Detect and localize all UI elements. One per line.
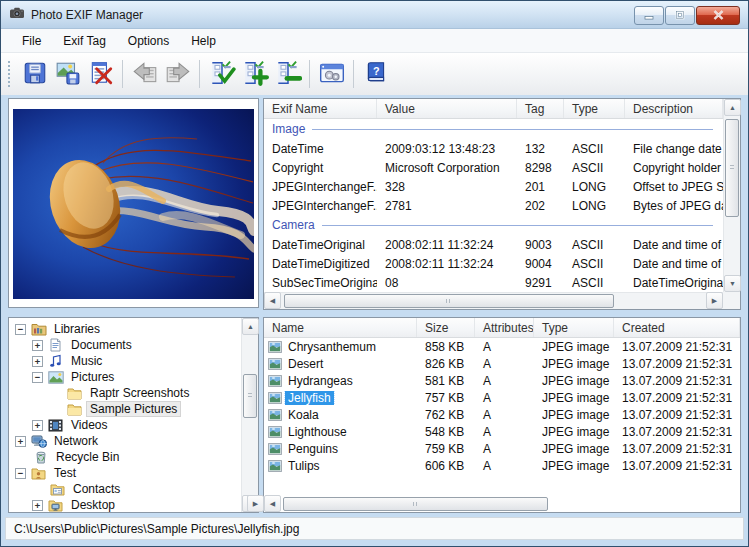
menu-item-exif-tag[interactable]: Exif Tag (52, 31, 116, 51)
file-name-cell: Jellyfish (264, 391, 417, 405)
collapse-icon[interactable]: − (15, 468, 26, 479)
expand-icon[interactable]: + (32, 356, 43, 367)
list-item-desert[interactable]: Desert826 KBAJPEG image13.07.2009 21:52:… (264, 355, 740, 372)
list-item-chrysanthemum[interactable]: Chrysanthemum858 KBAJPEG image13.07.2009… (264, 338, 740, 355)
list-item-jellyfish[interactable]: Jellyfish757 KBAJPEG image13.07.2009 21:… (264, 389, 740, 406)
exif-vertical-scrollbar[interactable]: ▲ ▼ (723, 99, 740, 292)
file-size-cell: 826 KB (417, 357, 475, 371)
minimize-button[interactable] (634, 6, 664, 25)
exif-horizontal-scrollbar[interactable]: ◀ ▶ (264, 292, 723, 309)
file-name-label: Hydrangeas (285, 374, 356, 388)
expand-icon[interactable]: + (32, 420, 43, 431)
file-type-cell: JPEG image (534, 408, 614, 422)
table-row[interactable]: SubSecTimeOriginal089291ASCIIDateTimeOri… (264, 273, 723, 292)
exif-column-header-description[interactable]: Description (625, 99, 723, 118)
exif-cell: Microsoft Corporation (377, 161, 517, 175)
exif-vscroll-thumb[interactable] (725, 119, 739, 217)
exif-hscroll-thumb[interactable] (284, 294, 614, 308)
tree-item-raptr-screenshots[interactable]: Raptr Screenshots (9, 385, 241, 401)
list-item-penguins[interactable]: Penguins759 KBAJPEG image13.07.2009 21:5… (264, 440, 740, 457)
file-created-cell: 13.07.2009 21:52:31 (614, 459, 740, 473)
save-button[interactable] (18, 58, 51, 91)
file-type-cell: JPEG image (534, 374, 614, 388)
files-column-header-created[interactable]: Created (614, 318, 740, 337)
exif-group-line (312, 129, 713, 130)
table-row[interactable]: DateTimeDigitized2008:02:11 11:32:249004… (264, 254, 723, 273)
file-attributes-cell: A (475, 459, 534, 473)
list-item-tulips[interactable]: Tulips606 KBAJPEG image13.07.2009 21:52:… (264, 457, 740, 474)
file-type-cell: JPEG image (534, 425, 614, 439)
list-item-hydrangeas[interactable]: Hydrangeas581 KBAJPEG image13.07.2009 21… (264, 372, 740, 389)
table-row[interactable]: CopyrightMicrosoft Corporation8298ASCIIC… (264, 158, 723, 177)
exif-column-header-tag[interactable]: Tag (517, 99, 564, 118)
title-bar: Photo EXIF Manager (1, 1, 748, 29)
exif-cell: Copyright holder (625, 161, 723, 175)
scroll-right-icon[interactable]: ▶ (706, 292, 723, 309)
close-button[interactable] (696, 6, 740, 25)
exif-column-header-value[interactable]: Value (377, 99, 517, 118)
table-row[interactable]: JPEGInterchangeF...2781202LONGBytes of J… (264, 196, 723, 215)
exif-cell: DateTimeOriginal su (625, 276, 723, 290)
expand-icon[interactable]: + (15, 436, 26, 447)
scroll-right-icon[interactable]: ▶ (247, 495, 264, 512)
expand-icon[interactable]: + (32, 500, 43, 511)
tree-item-libraries[interactable]: −Libraries (9, 321, 241, 337)
next-image-button[interactable] (161, 58, 194, 91)
exif-column-header-type[interactable]: Type (564, 99, 625, 118)
table-row[interactable]: JPEGInterchangeF...328201LONGOffset to J… (264, 177, 723, 196)
scroll-down-icon[interactable]: ▼ (724, 275, 741, 292)
menu-item-options[interactable]: Options (117, 31, 180, 51)
options-button[interactable] (315, 58, 348, 91)
help-button[interactable]: ? (359, 58, 392, 91)
table-row[interactable]: DateTime2009:03:12 13:48:23132ASCIIFile … (264, 139, 723, 158)
file-type-cell: JPEG image (534, 442, 614, 456)
files-column-header-attributes[interactable]: Attributes (475, 318, 534, 337)
scrollbar-corner (723, 292, 740, 309)
tree-item-documents[interactable]: +Documents (9, 337, 241, 353)
exif-cell: 9291 (517, 276, 564, 290)
save-picture-button[interactable] (51, 58, 84, 91)
scroll-left-icon[interactable]: ◀ (264, 292, 281, 309)
previous-image-button[interactable] (128, 58, 161, 91)
tree-item-test[interactable]: −Test (9, 465, 241, 481)
tree-item-pictures[interactable]: −Pictures (9, 369, 241, 385)
files-column-header-size[interactable]: Size (417, 318, 475, 337)
tree-item-sample-pictures[interactable]: Sample Pictures (9, 401, 241, 417)
exif-apply-button[interactable] (205, 58, 238, 91)
list-item-koala[interactable]: Koala762 KBAJPEG image13.07.2009 21:52:3… (264, 406, 740, 423)
tree-vscroll-thumb[interactable] (243, 374, 257, 418)
file-name-label: Chrysanthemum (285, 340, 379, 354)
delete-exif-list-button[interactable] (84, 58, 117, 91)
maximize-button[interactable] (665, 6, 695, 25)
menu-item-help[interactable]: Help (180, 31, 227, 51)
files-hscroll-thumb[interactable] (283, 497, 548, 511)
list-item-lighthouse[interactable]: Lighthouse548 KBAJPEG image13.07.2009 21… (264, 423, 740, 440)
expand-icon[interactable]: + (32, 340, 43, 351)
tree-item-videos[interactable]: +Videos (9, 417, 241, 433)
file-name-label: Lighthouse (285, 425, 350, 439)
tree-item-recycle-bin[interactable]: Recycle Bin (9, 449, 241, 465)
table-row[interactable]: DateTimeOriginal2008:02:11 11:32:249003A… (264, 235, 723, 254)
jellyfish-preview-image (13, 109, 254, 299)
tree-item-desktop[interactable]: +Desktop (9, 497, 241, 512)
collapse-icon[interactable]: − (15, 324, 26, 335)
files-column-header-type[interactable]: Type (534, 318, 614, 337)
toolbar-grip[interactable] (8, 61, 11, 87)
scroll-up-icon[interactable]: ▲ (724, 99, 741, 116)
tree-vertical-scrollbar[interactable]: ▲ ▼ (241, 318, 258, 512)
tree-item-music[interactable]: +Music (9, 353, 241, 369)
file-name-label: Penguins (285, 442, 341, 456)
exif-add-tag-button[interactable] (238, 58, 271, 91)
file-attributes-cell: A (475, 425, 534, 439)
tree-item-contacts[interactable]: Contacts (9, 481, 241, 497)
scroll-up-icon[interactable]: ▲ (242, 318, 259, 335)
files-column-header-name[interactable]: Name (264, 318, 417, 337)
tree-item-label: Raptr Screenshots (87, 386, 192, 400)
collapse-icon[interactable]: − (32, 372, 43, 383)
exif-remove-tag-button[interactable] (271, 58, 304, 91)
scroll-left-icon[interactable]: ◀ (264, 495, 281, 512)
tree-item-network[interactable]: +Network (9, 433, 241, 449)
exif-column-header-exif-name[interactable]: Exif Name (264, 99, 377, 118)
file-created-cell: 13.07.2009 21:52:31 (614, 374, 740, 388)
menu-item-file[interactable]: File (11, 31, 52, 51)
